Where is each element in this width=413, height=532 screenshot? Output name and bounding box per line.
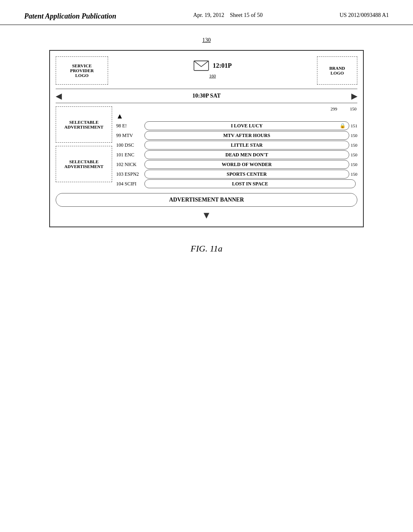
program-title-1: MTV AFTER HOURS <box>223 133 270 139</box>
service-provider-text: SERVICEPROVIDERLOGO <box>70 63 94 78</box>
selectable-ad-1[interactable]: SELECTABLEADVERTISEMENT <box>56 106 112 143</box>
clock-time: 12:01P <box>213 62 232 69</box>
nav-right-arrow[interactable]: ▶ <box>351 91 357 101</box>
ad-banner[interactable]: ADVERTISEMENT BANNER <box>56 193 357 207</box>
channel-number-5: 103 ESPN2 <box>116 171 144 177</box>
diagram-ref-label: 130 <box>202 37 211 44</box>
nav-left-arrow[interactable]: ◀ <box>56 91 62 101</box>
channel-row-4: 102 NICK WORLD OF WONDER 150 <box>116 160 357 169</box>
program-title-2: LITTLE STAR <box>231 142 263 148</box>
nav-time-text: 10:30P SAT <box>66 93 347 99</box>
channel-program-0[interactable]: I LOVE LUCY 🔒 <box>144 121 349 130</box>
page-header: Patent Application Publication Apr. 19, … <box>0 0 413 25</box>
left-sidebar: SELECTABLEADVERTISEMENT SELECTABLEADVERT… <box>56 106 112 189</box>
row-ref-5-150: 150 <box>351 172 358 177</box>
channel-number-1: 99 MTV <box>116 133 144 139</box>
brand-logo: BRANDLOGO <box>317 56 357 85</box>
clock-ref: 160 <box>209 73 216 78</box>
selectable-ad-2[interactable]: SELECTABLEADVERTISEMENT <box>56 146 112 182</box>
header-date: Apr. 19, 2012 <box>193 12 224 18</box>
channel-row-1: 99 MTV MTV AFTER HOURS 150 <box>116 131 357 140</box>
row-ref-3-150: 150 <box>351 152 358 157</box>
channel-row-2: 100 DSC LITTLE STAR 150 <box>116 141 357 150</box>
channel-program-3[interactable]: DEAD MEN DON'T <box>144 150 349 159</box>
top-row: SERVICEPROVIDERLOGO 12:01P 160 BRANDLOGO <box>56 56 357 85</box>
ad-banner-row: ADVERTISEMENT BANNER <box>56 193 357 207</box>
channel-row-6: 104 SCIFI LOST IN SPACE <box>116 179 357 188</box>
row-ref-151: 151 <box>351 123 358 128</box>
row-ref-1-150: 150 <box>351 133 358 138</box>
selectable-ad-2-text: SELECTABLEADVERTISEMENT <box>65 159 104 169</box>
lock-icon-0: 🔒 <box>340 123 346 129</box>
clock-icon <box>193 60 209 72</box>
middle-area: SELECTABLEADVERTISEMENT SELECTABLEADVERT… <box>56 106 357 189</box>
patent-number: US 2012/0093488 A1 <box>340 12 389 19</box>
program-title-5: SPORTS CENTER <box>227 171 267 177</box>
ref-150-header-label: 150 <box>350 106 357 111</box>
ref-299-label: 299 <box>331 106 338 111</box>
header-date-sheet: Apr. 19, 2012 Sheet 15 of 50 <box>193 12 263 19</box>
channel-program-4[interactable]: WORLD OF WONDER <box>144 160 349 169</box>
program-title-3: DEAD MEN DON'T <box>225 152 268 158</box>
row-ref-4-150: 150 <box>351 162 358 167</box>
channel-list-area: 299 150 ▲ 98 E! I LOVE LUCY 🔒 151 99 MTV <box>116 106 357 189</box>
program-title-0: I LOVE LUCY <box>231 123 263 129</box>
program-title-6: LOST IN SPACE <box>232 181 268 187</box>
scroll-down-arrow[interactable]: ▼ <box>56 210 357 221</box>
row-ref-2-150: 150 <box>351 143 358 148</box>
channel-number-3: 101 ENC <box>116 152 144 158</box>
figure-caption: FIG. 11a <box>190 243 222 254</box>
diagram-box: SERVICEPROVIDERLOGO 12:01P 160 BRANDLOGO <box>49 50 364 227</box>
channel-program-6[interactable]: LOST IN SPACE <box>144 179 356 188</box>
channel-row-0: 98 E! I LOVE LUCY 🔒 151 <box>116 121 357 130</box>
clock-icon-wrapper: 12:01P <box>193 60 232 72</box>
channel-number-4: 102 NICK <box>116 162 144 168</box>
header-sheet: Sheet 15 of 50 <box>230 12 263 18</box>
channel-program-2[interactable]: LITTLE STAR <box>144 141 349 150</box>
channel-program-1[interactable]: MTV AFTER HOURS <box>144 131 349 140</box>
channel-program-5[interactable]: SPORTS CENTER <box>144 170 349 179</box>
channel-row-3: 101 ENC DEAD MEN DON'T 150 <box>116 150 357 159</box>
publication-title: Patent Application Publication <box>24 12 116 21</box>
service-provider-logo: SERVICEPROVIDERLOGO <box>56 56 108 85</box>
channel-row-5: 103 ESPN2 SPORTS CENTER 150 <box>116 170 357 179</box>
scroll-up-arrow[interactable]: ▲ <box>116 112 357 121</box>
clock-area: 12:01P 160 <box>108 56 317 78</box>
channel-number-2: 100 DSC <box>116 142 144 148</box>
channel-number-6: 104 SCIFI <box>116 181 144 187</box>
nav-row: ◀ 10:30P SAT ▶ <box>56 89 357 103</box>
program-title-4: WORLD OF WONDER <box>222 162 272 168</box>
main-content: 130 SERVICEPROVIDERLOGO 12:01P 160 <box>0 29 413 262</box>
channel-number-0: 98 E! <box>116 123 144 129</box>
brand-logo-text: BRANDLOGO <box>329 66 345 75</box>
selectable-ad-1-text: SELECTABLEADVERTISEMENT <box>65 120 104 129</box>
